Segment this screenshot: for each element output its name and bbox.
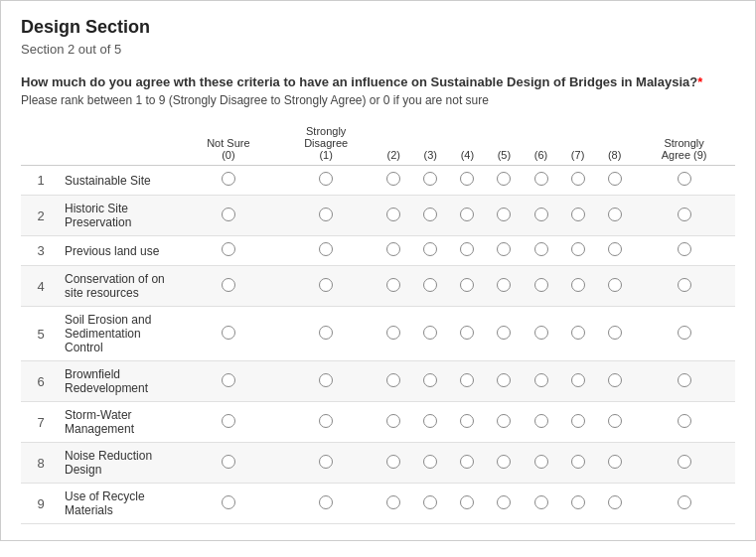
radio-cell[interactable] [523,484,559,524]
radio-cell[interactable] [596,307,633,361]
radio-cell[interactable] [559,443,596,484]
radio-cell[interactable] [180,443,277,484]
radio-circle[interactable] [497,495,511,509]
radio-circle[interactable] [460,242,474,256]
radio-circle[interactable] [319,414,333,428]
radio-circle[interactable] [571,172,585,186]
radio-cell[interactable] [596,266,633,307]
radio-circle[interactable] [678,278,691,292]
radio-circle[interactable] [571,278,585,292]
radio-cell[interactable] [376,402,412,443]
radio-cell[interactable] [633,484,735,524]
radio-cell[interactable] [633,266,735,307]
radio-cell[interactable] [486,361,523,402]
radio-cell[interactable] [633,236,735,266]
radio-cell[interactable] [559,166,596,196]
radio-cell[interactable] [376,361,412,402]
radio-cell[interactable] [633,361,735,402]
radio-circle[interactable] [678,495,691,509]
radio-circle[interactable] [534,172,548,186]
radio-circle[interactable] [319,326,333,340]
radio-cell[interactable] [277,484,376,524]
radio-cell[interactable] [523,236,559,266]
radio-circle[interactable] [386,373,400,387]
radio-cell[interactable] [180,166,277,196]
radio-circle[interactable] [534,278,548,292]
radio-circle[interactable] [460,172,474,186]
radio-cell[interactable] [596,196,633,236]
radio-circle[interactable] [319,373,333,387]
radio-circle[interactable] [386,208,400,221]
radio-cell[interactable] [376,443,412,484]
radio-circle[interactable] [423,208,437,221]
radio-circle[interactable] [608,208,622,221]
radio-circle[interactable] [497,455,511,469]
radio-cell[interactable] [559,361,596,402]
radio-cell[interactable] [486,236,523,266]
radio-cell[interactable] [633,166,735,196]
radio-circle[interactable] [460,455,474,469]
radio-circle[interactable] [386,414,400,428]
radio-cell[interactable] [633,307,735,361]
radio-circle[interactable] [319,495,333,509]
radio-circle[interactable] [497,326,511,340]
radio-circle[interactable] [319,278,333,292]
radio-circle[interactable] [222,172,235,186]
radio-cell[interactable] [412,196,449,236]
radio-circle[interactable] [497,172,511,186]
radio-cell[interactable] [180,307,277,361]
radio-circle[interactable] [222,326,235,340]
radio-circle[interactable] [678,208,691,221]
radio-cell[interactable] [486,307,523,361]
radio-cell[interactable] [486,196,523,236]
radio-circle[interactable] [608,414,622,428]
radio-cell[interactable] [596,361,633,402]
radio-cell[interactable] [486,484,523,524]
radio-circle[interactable] [608,455,622,469]
radio-cell[interactable] [559,236,596,266]
radio-cell[interactable] [449,236,486,266]
radio-circle[interactable] [571,208,585,221]
radio-circle[interactable] [608,326,622,340]
radio-circle[interactable] [678,414,691,428]
radio-circle[interactable] [319,455,333,469]
radio-circle[interactable] [678,373,691,387]
radio-circle[interactable] [423,414,437,428]
radio-cell[interactable] [449,166,486,196]
radio-circle[interactable] [386,326,400,340]
radio-cell[interactable] [449,402,486,443]
radio-circle[interactable] [460,208,474,221]
radio-circle[interactable] [678,172,691,186]
radio-cell[interactable] [180,361,277,402]
radio-circle[interactable] [423,326,437,340]
radio-circle[interactable] [608,373,622,387]
radio-circle[interactable] [571,373,585,387]
radio-circle[interactable] [608,242,622,256]
radio-cell[interactable] [277,402,376,443]
radio-cell[interactable] [596,236,633,266]
radio-cell[interactable] [277,196,376,236]
radio-circle[interactable] [222,414,235,428]
radio-cell[interactable] [277,307,376,361]
radio-cell[interactable] [633,402,735,443]
radio-cell[interactable] [180,236,277,266]
radio-circle[interactable] [678,242,691,256]
radio-circle[interactable] [534,495,548,509]
radio-cell[interactable] [596,484,633,524]
radio-circle[interactable] [386,278,400,292]
radio-cell[interactable] [449,266,486,307]
radio-circle[interactable] [222,208,235,221]
radio-cell[interactable] [633,443,735,484]
radio-cell[interactable] [559,484,596,524]
radio-circle[interactable] [608,495,622,509]
radio-cell[interactable] [523,266,559,307]
radio-circle[interactable] [423,373,437,387]
radio-cell[interactable] [412,266,449,307]
radio-cell[interactable] [277,266,376,307]
radio-circle[interactable] [608,172,622,186]
radio-cell[interactable] [486,266,523,307]
radio-circle[interactable] [460,373,474,387]
radio-cell[interactable] [449,484,486,524]
radio-cell[interactable] [596,402,633,443]
radio-circle[interactable] [534,242,548,256]
